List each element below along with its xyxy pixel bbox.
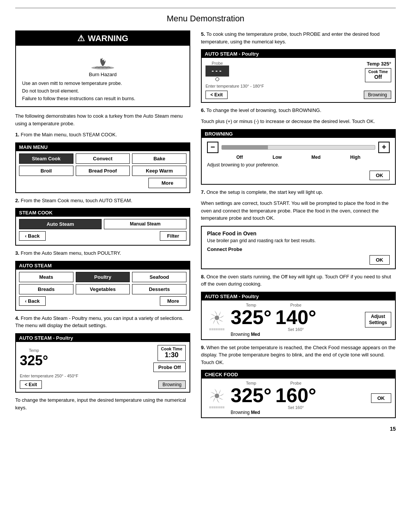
browning-note: Adjust browning to your preference. [207, 162, 390, 168]
step-7-text: 7. Once the setup is complete, the start… [201, 189, 396, 196]
browning-title: BROWNING [202, 130, 395, 138]
asp-probe-dash: --- [206, 66, 229, 77]
running-temp-value: 325° [231, 307, 272, 327]
browning-med: Med [311, 155, 320, 160]
main-menu-row-3: More [19, 178, 186, 188]
page-number: 15 [15, 426, 396, 432]
asp-temp-label: Temp [29, 348, 39, 353]
bake-btn[interactable]: Bake [132, 153, 186, 164]
asp2-temp-label: Temp [367, 61, 380, 67]
steam-cook-row-1: Auto Steam Manual Steam [19, 219, 186, 229]
asp2-browning-btn[interactable]: Browning [364, 91, 391, 99]
browning-plus-btn[interactable]: + [378, 142, 390, 153]
meats-btn[interactable]: Meats [19, 272, 73, 282]
svg-point-2 [215, 394, 219, 398]
main-menu-panel: MAIN MENU Steam Cook Convect Bake Broil … [15, 142, 190, 193]
broil-btn[interactable]: Broil [19, 166, 73, 176]
check-food-ok-btn[interactable]: OK [371, 393, 392, 403]
check-fan-icon: ≡≡≡≡≡≡≡ [206, 387, 228, 409]
cf-set-label: Set 160° [288, 405, 304, 410]
step-6b-text: Touch plus (+) or minus (-) to increase … [201, 118, 396, 125]
breads-btn[interactable]: Breads [19, 284, 73, 294]
warning-title: WARNING [88, 34, 128, 43]
steam-cook-btn[interactable]: Steam Cook [19, 153, 73, 164]
step-7b-text: When settings are correct, touch START. … [201, 200, 396, 222]
running-set-label: Set 160° [288, 327, 304, 332]
main-menu-row-2: Broil Bread Proof Keep Warm [19, 166, 186, 176]
auto-steam-btn[interactable]: Auto Steam [19, 219, 102, 229]
asp-browning-btn[interactable]: Browning [158, 380, 186, 389]
asp-probe-label: Probe [212, 61, 223, 66]
intro-text: The following demonstrates how to cook a… [15, 112, 190, 127]
step-4-text: 4. From the Auto Steam - Poultry menu, y… [15, 315, 190, 329]
step-5-text: 5. To cook using the temperature probe, … [201, 30, 396, 45]
keep-warm-btn[interactable]: Keep Warm [132, 166, 186, 176]
browning-slider[interactable] [221, 145, 375, 150]
auto-steam-footer: ‹ Back More [19, 296, 186, 306]
asp2-exit-btn[interactable]: < Exit [206, 91, 228, 99]
place-food-note: Use broiler pan grid and roasting rack f… [207, 238, 390, 243]
cf-browning: Browning Med [231, 410, 316, 415]
desserts-btn[interactable]: Desserts [132, 284, 186, 294]
steam-cook-footer: ‹ Back Filter [19, 231, 186, 241]
asp-exit-btn[interactable]: < Exit [20, 380, 42, 389]
browning-minus-btn[interactable]: − [207, 142, 218, 153]
seafood-btn[interactable]: Seafood [132, 272, 186, 282]
running-panel: AUTO STEAM - Poultry ≡≡≡ [201, 292, 396, 340]
warning-caption: Burn Hazard [22, 72, 183, 77]
auto-steam-poultry-default-panel: AUTO STEAM - Poultry Temp 325° Cook Time… [15, 333, 190, 393]
asp-cook-time-box: Cook Time 1:30 [158, 345, 186, 361]
asp-default-title: AUTO STEAM - Poultry [16, 334, 190, 342]
asp-probe-off: Probe Off [153, 363, 186, 372]
asp2-note: Enter temperature 130° - 180°F [206, 84, 391, 88]
browning-ok-btn[interactable]: OK [370, 171, 390, 180]
asp-probe-title: AUTO STEAM - Poultry [202, 50, 395, 58]
probe-circle [215, 77, 219, 81]
warning-header: ⚠ WARNING [16, 31, 190, 46]
auto-steam-row-1: Meats Poultry Seafood [19, 272, 186, 282]
more-btn-auto[interactable]: More [160, 296, 186, 306]
check-heat-lines: ≡≡≡≡≡≡≡ [209, 405, 225, 409]
more-btn[interactable]: More [148, 178, 186, 188]
connect-probe-label: Connect Probe [207, 246, 390, 252]
asp-note: Enter temperature 250° - 450°F [20, 374, 186, 378]
step-4b-text: To change the temperature, input the des… [15, 396, 190, 411]
step-2-text: 2. From the Steam Cook menu, touch AUTO … [15, 197, 190, 204]
poultry-btn[interactable]: Poultry [76, 272, 130, 282]
asp2-temp-value: 325° [381, 61, 391, 67]
manual-steam-btn[interactable]: Manual Steam [104, 219, 186, 229]
cf-temp-value: 325° [231, 385, 272, 405]
check-food-title: CHECK FOOD [202, 371, 395, 379]
back-btn-auto[interactable]: ‹ Back [19, 296, 46, 306]
svg-point-1 [215, 315, 219, 320]
place-food-title: Place Food in Oven [207, 230, 390, 236]
browning-off: Off [236, 155, 243, 160]
warning-box: ⚠ WARNING Burn Hazard Use an oven mitt t… [15, 30, 190, 107]
bread-proof-btn[interactable]: Bread Proof [76, 166, 130, 176]
vegetables-btn[interactable]: Vegetables [76, 284, 130, 294]
main-menu-row-1: Steam Cook Convect Bake [19, 153, 186, 164]
running-browning: Browning Med [231, 332, 316, 337]
warning-line-2: Do not touch broil element. [22, 87, 183, 95]
main-menu-title: MAIN MENU [16, 143, 190, 151]
steam-cook-title: STEAM COOK [16, 209, 190, 217]
step-3-text: 3. From the Auto Steam menu, touch POULT… [15, 249, 190, 257]
check-food-panel: CHECK FOOD ≡≡≡≡≡≡≡ [201, 370, 396, 418]
back-btn-steam[interactable]: ‹ Back [19, 231, 46, 241]
warning-icon: ⚠ [77, 34, 85, 43]
cf-probe-value: 160° [276, 385, 317, 405]
asp-probe-panel: AUTO STEAM - Poultry Probe --- Temp 325° [201, 49, 396, 103]
place-food-ok-btn[interactable]: OK [370, 255, 390, 265]
asp-temp-value: 325° [20, 353, 48, 369]
adjust-settings-btn[interactable]: Adjust Settings [365, 312, 391, 328]
running-probe-value: 140° [276, 307, 317, 327]
running-title: AUTO STEAM - Poultry [202, 292, 395, 300]
convect-btn[interactable]: Convect [76, 153, 130, 164]
filter-btn[interactable]: Filter [160, 231, 186, 241]
browning-high: High [350, 155, 360, 160]
browning-labels: Off Low Med High [207, 155, 390, 160]
page-title: Menu Demonstration [15, 8, 396, 24]
burn-hazard-icon [88, 50, 118, 70]
browning-panel: BROWNING − + Off Low Med High Adjust bro… [201, 129, 396, 185]
step-8-text: 8. Once the oven starts running, the Off… [201, 273, 396, 288]
